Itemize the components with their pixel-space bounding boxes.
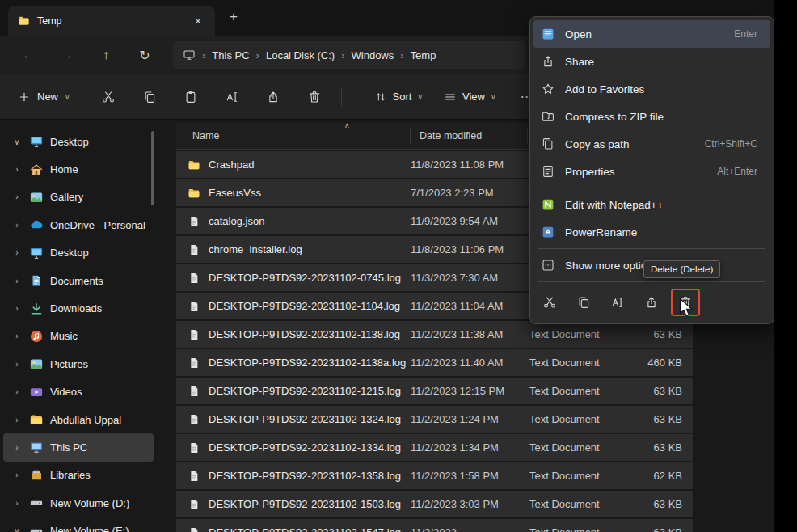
menu-item-add-to-favorites[interactable]: Add to Favorites xyxy=(533,75,770,103)
sidebar-item-this-pc[interactable]: ›This PC xyxy=(3,433,154,461)
drive-icon xyxy=(29,496,44,510)
sidebar-item-downloads[interactable]: ›Downloads xyxy=(3,294,154,322)
chevron-right-icon[interactable]: › xyxy=(11,387,23,396)
file-icon xyxy=(188,272,200,285)
menu-item-copy-as-path[interactable]: Copy as pathCtrl+Shift+C xyxy=(533,130,770,158)
file-row[interactable]: DESKTOP-P9TDS92-20231102-1138a.log11/2/2… xyxy=(176,349,693,376)
chevron-right-icon[interactable]: › xyxy=(11,471,23,479)
view-button[interactable]: View ∨ xyxy=(444,91,496,103)
sidebar-item-videos[interactable]: ›Videos xyxy=(3,378,154,406)
menu-share-button[interactable] xyxy=(637,289,666,316)
sidebar-item-documents[interactable]: ›Documents xyxy=(3,267,154,294)
paste-button[interactable] xyxy=(176,83,206,111)
sidebar-item-home[interactable]: ›Home xyxy=(3,155,154,183)
file-icon xyxy=(188,300,200,313)
context-menu-items: OpenEnterShareAdd to FavoritesCompress t… xyxy=(533,20,770,282)
menu-item-share[interactable]: Share xyxy=(533,48,770,75)
file-row[interactable]: DESKTOP-P9TDS92-20231102-1138.log11/2/20… xyxy=(176,321,693,348)
up-button[interactable]: ↑ xyxy=(89,48,123,62)
toolbar-icon-buttons xyxy=(94,83,330,111)
folder-icon xyxy=(188,158,200,171)
sidebar-item-label: Desktop xyxy=(50,247,89,259)
chevron-right-icon[interactable]: › xyxy=(11,277,23,285)
chevron-down-icon[interactable]: ∨ xyxy=(11,137,23,146)
sidebar-item-gallery[interactable]: ›Gallery xyxy=(3,184,154,211)
forward-button[interactable]: → xyxy=(50,48,84,62)
file-row[interactable]: DESKTOP-P9TDS92-20231102-1358.log11/2/20… xyxy=(176,462,693,489)
menu-cut-button[interactable] xyxy=(535,289,564,316)
breadcrumb-separator-icon: › xyxy=(341,49,344,61)
sidebar-item-abdullah-uppal[interactable]: ›Abdullah Uppal xyxy=(3,406,154,433)
sidebar-item-music[interactable]: ›Music xyxy=(3,323,154,350)
file-date-modified: 11/9/2023 9:54 AM xyxy=(411,215,529,227)
new-button[interactable]: New ∨ xyxy=(18,91,70,103)
folder-icon xyxy=(188,187,200,200)
file-row[interactable]: DESKTOP-P9TDS92-20231102-1215.log11/2/20… xyxy=(176,378,693,404)
file-row[interactable]: DESKTOP-P9TDS92-20231102-1547.log11/2/20… xyxy=(176,519,693,532)
tab-temp[interactable]: Temp × xyxy=(8,6,215,36)
breadcrumb-item-this-pc[interactable]: This PC xyxy=(212,49,249,61)
sidebar-item-label: Videos xyxy=(50,386,82,398)
menu-item-properties[interactable]: PropertiesAlt+Enter xyxy=(533,158,770,185)
show-more-icon xyxy=(540,258,556,272)
sidebar-item-desktop[interactable]: ∨Desktop xyxy=(3,128,154,155)
cut-button[interactable] xyxy=(94,83,124,111)
column-header-date-modified[interactable]: Date modified xyxy=(411,129,528,143)
sidebar-item-label: Downloads xyxy=(50,302,102,315)
copy-button[interactable] xyxy=(135,83,165,111)
sidebar-item-onedrive-personal[interactable]: ›OneDrive - Personal xyxy=(3,211,154,239)
file-row[interactable]: DESKTOP-P9TDS92-20231102-1334.log11/2/20… xyxy=(176,434,693,461)
file-type: Text Document xyxy=(529,441,647,454)
share-button[interactable] xyxy=(259,83,289,111)
sidebar-item-libraries[interactable]: ›Libraries xyxy=(3,462,154,489)
cut-icon xyxy=(101,90,116,104)
chevron-right-icon[interactable]: › xyxy=(11,360,23,369)
menu-item-edit-with-notepad[interactable]: Edit with Notepad++ xyxy=(533,191,770,218)
sidebar-scrollbar[interactable] xyxy=(151,131,154,205)
toolbar-divider xyxy=(82,88,82,106)
breadcrumb[interactable]: ›This PC›Local Disk (C:)›Windows›Temp xyxy=(173,41,525,69)
sort-button-label: Sort xyxy=(393,91,412,103)
column-header-name[interactable]: Name ∧ xyxy=(192,129,411,143)
chevron-right-icon[interactable]: › xyxy=(11,304,23,313)
chevron-right-icon[interactable]: › xyxy=(11,331,23,340)
sidebar-item-new-volume-d[interactable]: ›New Volume (D:) xyxy=(3,489,154,517)
chevron-right-icon[interactable]: › xyxy=(11,192,23,201)
breadcrumb-item-temp[interactable]: Temp xyxy=(411,49,436,61)
refresh-button[interactable]: ↻ xyxy=(128,48,162,63)
new-tab-button[interactable]: + xyxy=(230,9,238,25)
chevron-right-icon[interactable]: › xyxy=(11,248,23,257)
file-icon xyxy=(188,498,200,511)
menu-rename-button[interactable] xyxy=(603,289,632,316)
back-button[interactable]: ← xyxy=(11,48,45,62)
tab-title: Temp xyxy=(37,15,183,27)
menu-copy-button[interactable] xyxy=(569,289,598,316)
downloads-icon xyxy=(29,302,44,316)
delete-button[interactable] xyxy=(300,83,330,111)
breadcrumb-item-local-disk-c[interactable]: Local Disk (C:) xyxy=(266,49,335,61)
properties-icon xyxy=(540,164,556,179)
file-date-modified: 11/8/2023 11:06 PM xyxy=(411,243,529,255)
menu-item-open[interactable]: OpenEnter xyxy=(533,20,770,48)
file-date-modified: 7/1/2023 2:23 PM xyxy=(411,187,529,199)
chevron-right-icon[interactable]: › xyxy=(11,165,23,174)
chevron-right-icon[interactable]: › xyxy=(11,443,23,452)
breadcrumb-item-windows[interactable]: Windows xyxy=(352,49,394,61)
menu-item-compress-to-zip-file[interactable]: Compress to ZIP file xyxy=(533,103,770,130)
sidebar-item-new-volume-e[interactable]: ∨New Volume (E:) xyxy=(3,517,154,532)
tab-close-icon[interactable]: × xyxy=(191,14,205,27)
sidebar-item-pictures[interactable]: ›Pictures xyxy=(3,350,154,378)
screen: Temp × + ← → ↑ ↻ ›This PC›Local Disk (C:… xyxy=(0,0,797,532)
menu-item-powerrename[interactable]: PowerRename xyxy=(533,218,770,246)
menu-item-label: Share xyxy=(565,56,749,68)
chevron-right-icon[interactable]: › xyxy=(11,499,23,508)
sidebar-item-desktop[interactable]: ›Desktop xyxy=(3,239,154,267)
file-size: 63 KB xyxy=(647,498,693,510)
chevron-down-icon[interactable]: ∨ xyxy=(11,526,23,532)
file-row[interactable]: DESKTOP-P9TDS92-20231102-1324.log11/2/20… xyxy=(176,406,693,433)
chevron-right-icon[interactable]: › xyxy=(11,416,23,424)
rename-button[interactable] xyxy=(217,83,247,111)
chevron-right-icon[interactable]: › xyxy=(11,221,23,230)
file-row[interactable]: DESKTOP-P9TDS92-20231102-1503.log11/2/20… xyxy=(176,491,693,517)
sort-button[interactable]: Sort ∨ xyxy=(374,91,423,103)
